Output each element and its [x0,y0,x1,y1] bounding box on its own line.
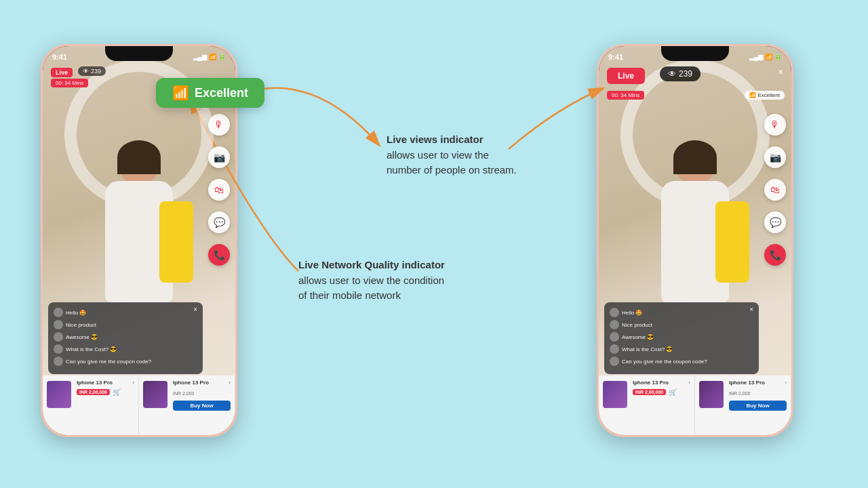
product-item-1[interactable]: Iphone 13 Pro › INR 2,00,000 🛒 [43,375,139,435]
product-info-2: Iphone 13 Pro › INR 2,000 Buy Now [173,380,231,411]
chat-text-r4: What is the Cost? 😎 [622,346,673,352]
bag-icon-btn[interactable]: 🛍 [208,179,230,201]
network-annotation-desc: allows user to view the condition of the… [298,273,445,304]
network-annotation-title: Live Network Quality indicator [298,258,445,273]
product-bar-right: Iphone 13 Pro › INR 2,00,000 🛒 Iphone 13… [599,375,791,435]
right-phone: 9:41 ▂▄▆ 📶 🔋 Live 👁 239 00: 34 Mins 📶 Ex… [597,44,793,437]
buy-now-btn[interactable]: Buy Now [173,401,231,411]
chat-text-5: Can you give me the coupon code? [66,359,151,365]
network-annotation: Live Network Quality indicator allows us… [298,258,445,304]
product-image-2 [143,381,167,408]
signal-icon-right: ▂▄▆ [749,54,763,60]
phone-notch-right [661,46,729,61]
avatar-r4 [610,344,619,354]
views-annotation-desc: allows user to view the number of people… [387,148,517,178]
avatar-r2 [610,320,619,329]
right-icons-panel-right: 🎙 📷 🛍 💬 📞 [764,114,786,266]
product-bar: Iphone 13 Pro › INR 2,00,000 🛒 Iphone 13… [43,375,235,435]
views-annotation: Live views indicator allows user to view… [387,132,517,178]
battery-icon: 🔋 [218,54,226,60]
chat-text-r3: Awesome 😎 [622,334,654,340]
product-info-1: Iphone 13 Pro › INR 2,00,000 🛒 [77,380,134,396]
product-price-1: INR 2,00,000 [77,389,110,395]
phone-icon-btn[interactable]: 📞 [208,244,230,266]
avatar-3 [54,332,63,342]
product-item-2[interactable]: Iphone 13 Pro › INR 2,000 Buy Now [139,375,235,435]
chat-text-r1: Hello 🤩 [622,310,642,316]
chat-message-4: What is the Cost? 😎 [54,344,197,354]
network-quality-text-right: Excellent [758,92,780,98]
product-name-1: Iphone 13 Pro [77,380,113,386]
wifi-icon: 📶 [209,54,216,60]
chat-text-4: What is the Cost? 😎 [66,346,117,352]
timer-badge: 00: 34 Mins [51,79,88,87]
product-arrow-r1: › [688,380,690,386]
time-display-right: 9:41 [608,53,623,61]
phone-icon-btn-right[interactable]: 📞 [764,244,786,266]
avatar-r5 [610,357,619,366]
chat-icon-btn-right[interactable]: 💬 [764,211,786,233]
avatar-2 [54,320,63,329]
battery-icon-right: 🔋 [774,54,782,60]
close-btn-right[interactable]: × [778,66,783,77]
product-item-r1[interactable]: Iphone 13 Pro › INR 2,00,000 🛒 [599,375,695,435]
chat-text-1: Hello 🤩 [66,310,86,316]
cart-icon-1[interactable]: 🛒 [113,388,121,396]
status-icons: ▂▄▆ 📶 🔋 [193,54,226,60]
wifi-icon-sm: 📶 [749,92,756,98]
chat-text-3: Awesome 😎 [66,334,98,340]
product-price-2: INR 2,000 [173,391,195,396]
views-annotation-title: Live views indicator [387,132,517,148]
chat-close-btn[interactable]: × [193,306,197,313]
viewer-number: 239 [91,68,101,75]
chat-message-3: Awesome 😎 [54,332,197,342]
bag-icon-btn-right[interactable]: 🛍 [764,179,786,201]
product-item-r2[interactable]: Iphone 13 Pro › INR 2,000 Buy Now [695,375,791,435]
network-quality-popup: 📶 Excellent [156,78,264,108]
live-badge: Live [51,68,73,77]
product-image-1 [47,381,71,408]
cart-icon-r1[interactable]: 🛒 [669,388,677,396]
eye-icon-right: 👁 [668,69,676,79]
chat-message-1: Hello 🤩 [54,308,197,317]
status-icons-right: ▂▄▆ 📶 🔋 [749,54,782,60]
signal-icon: ▂▄▆ [193,54,207,60]
chat-message-5: Can you give me the coupon code? [54,357,197,366]
chat-icon-btn[interactable]: 💬 [208,211,230,233]
avatar-1 [54,308,63,317]
chat-message-r3: Awesome 😎 [610,332,753,342]
product-image-r2 [699,381,724,408]
buy-now-btn-right[interactable]: Buy Now [729,401,787,411]
mic-icon-btn[interactable]: 🎙 [208,114,230,136]
chat-message-2: Nice product [54,320,197,329]
avatar-4 [54,344,63,354]
product-arrow-r2: › [785,380,787,386]
product-price-r2: INR 2,000 [729,391,751,396]
camera-icon-btn[interactable]: 📷 [208,146,230,168]
product-name-r2: Iphone 13 Pro [729,380,765,386]
chat-text-r5: Can you give me the coupon code? [622,359,707,365]
chat-text-r2: Nice product [622,322,652,328]
network-quality-label: Excellent [195,86,248,100]
live-badge-right: Live [607,68,645,84]
chat-text-2: Nice product [66,322,96,328]
network-badge-right: 📶 Excellent [745,91,785,100]
product-image-r1 [603,381,627,408]
right-icons-panel: 🎙 📷 🛍 💬 📞 [208,114,230,266]
chat-close-btn-right[interactable]: × [749,306,753,313]
viewer-count: 👁 239 [78,66,106,76]
timer-badge-right: 00: 34 Mins [607,91,644,100]
chat-message-r2: Nice product [610,320,753,329]
wifi-signal-icon: 📶 [172,85,189,101]
camera-icon-btn-right[interactable]: 📷 [764,146,786,168]
avatar-5 [54,357,63,366]
phone-notch [105,46,173,61]
viewer-number-right: 239 [679,69,692,79]
avatar-r3 [610,332,619,342]
chat-box-right: × Hello 🤩 Nice product Awesome 😎 What is… [604,302,759,374]
product-arrow-2: › [229,380,231,386]
product-info-r2: Iphone 13 Pro › INR 2,000 Buy Now [729,380,787,411]
mic-icon-btn-right[interactable]: 🎙 [764,114,786,136]
viewer-count-right: 👁 239 [660,66,701,81]
product-info-r1: Iphone 13 Pro › INR 2,00,000 🛒 [633,380,690,396]
